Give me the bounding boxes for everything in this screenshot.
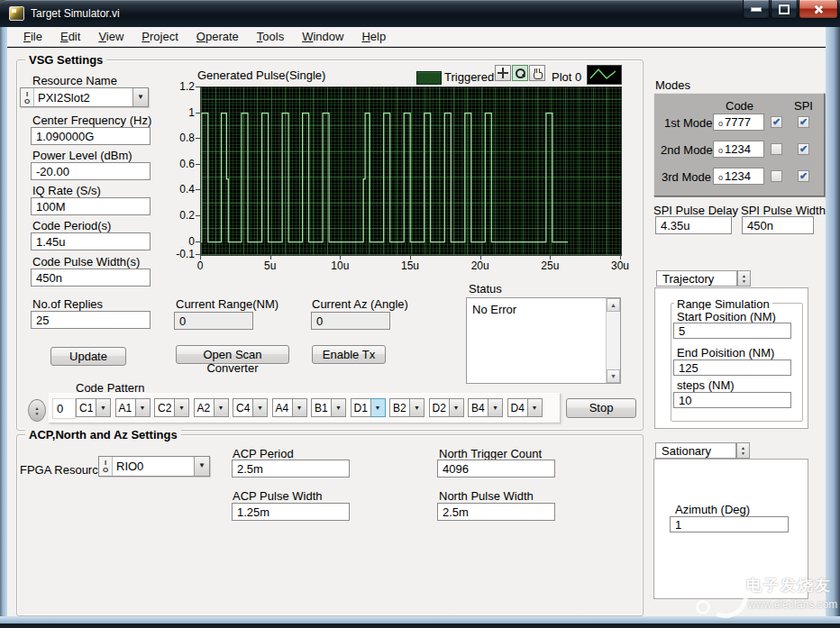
iq-rate-field[interactable]: 100M (31, 197, 151, 215)
spi-pulse-width-field[interactable]: 450n (742, 216, 814, 234)
code-pattern-combo-b1[interactable]: B1▼ (311, 398, 346, 417)
code-pattern-index-spinner[interactable]: ▲▼ (28, 399, 46, 422)
spinner-down-icon[interactable]: ▼ (35, 411, 40, 416)
spinner-down-icon[interactable]: ▼ (742, 278, 746, 284)
mode3-code-field[interactable]: o1234 (713, 168, 764, 185)
chevron-down-icon[interactable]: ▼ (175, 398, 189, 417)
code-pulse-width-field[interactable]: 450n (31, 268, 151, 287)
chevron-down-icon[interactable]: ▼ (194, 457, 209, 476)
stationary-spinner[interactable]: ▲▼ (736, 442, 750, 459)
chevron-down-icon[interactable]: ▼ (528, 398, 543, 417)
no-of-replies-label: No.of Replies (32, 297, 103, 311)
chevron-down-icon[interactable]: ▼ (450, 398, 464, 417)
spinner-down-icon[interactable]: ▼ (741, 451, 745, 456)
north-trigger-count-field[interactable]: 4096 (437, 460, 555, 478)
chevron-down-icon[interactable]: ▼ (215, 398, 229, 417)
chevron-down-icon[interactable]: ▼ (136, 398, 151, 417)
modes-spi-header: SPI (794, 99, 813, 113)
menu-view[interactable]: View (89, 28, 132, 45)
chevron-down-icon[interactable]: ▼ (293, 398, 307, 417)
chevron-down-icon[interactable]: ▼ (132, 88, 148, 106)
acp-group-label: ACP,North and Az Settings (25, 428, 181, 441)
waveform-plot[interactable] (200, 86, 622, 256)
status-box[interactable]: No Error ▲ ▼ (466, 297, 621, 384)
menu-edit[interactable]: Edit (51, 28, 89, 45)
code-pattern-value: D2 (429, 398, 450, 417)
trajectory-selector[interactable]: Trajectory (656, 270, 737, 287)
mode1-code-field[interactable]: o7777 (713, 114, 764, 131)
code-pattern-combo-a2[interactable]: A2▼ (194, 398, 229, 417)
x-tick-mark (270, 255, 271, 259)
chevron-down-icon[interactable]: ▼ (253, 398, 268, 417)
chevron-down-icon[interactable]: ▼ (488, 398, 503, 417)
code-pattern-combo-c2[interactable]: C2▼ (154, 398, 189, 417)
azimuth-field[interactable]: 1 (670, 516, 789, 532)
acp-period-field[interactable]: 2.5m (232, 460, 350, 478)
code-pattern-combo-a4[interactable]: A4▼ (272, 398, 307, 417)
code-pattern-combo-d1[interactable]: D1▼ (351, 398, 386, 417)
menu-window[interactable]: Window (293, 28, 352, 45)
mode2-spi-checkbox[interactable]: ✔ (798, 143, 809, 155)
status-label: Status (469, 282, 502, 296)
status-scrollbar[interactable]: ▲ ▼ (606, 298, 620, 383)
menu-file[interactable]: File (14, 28, 51, 45)
chevron-down-icon[interactable]: ▼ (332, 398, 346, 417)
mode3-enable-checkbox[interactable] (771, 170, 782, 182)
stop-button[interactable]: Stop (566, 398, 636, 418)
x-tick-mark (200, 255, 201, 259)
close-button[interactable] (799, 0, 838, 19)
north-pulse-width-field[interactable]: 2.5m (437, 503, 555, 521)
no-of-replies-field[interactable]: 25 (31, 311, 151, 329)
resource-name-combo[interactable]: IO PXI2Slot2 ▼ (20, 87, 149, 107)
graph-cursor-tool-button[interactable] (495, 65, 511, 81)
enable-tx-button[interactable]: Enable Tx (312, 345, 386, 364)
start-position-field[interactable]: 5 (673, 323, 791, 339)
x-tick-label: 20u (462, 259, 498, 272)
code-period-field[interactable]: 1.45u (31, 232, 151, 250)
open-scan-converter-button[interactable]: Open Scan Converter (176, 345, 289, 364)
graph-pan-tool-button[interactable] (529, 65, 545, 81)
code-pattern-combo-a1[interactable]: A1▼ (115, 398, 151, 417)
mode2-code-field[interactable]: o1234 (713, 141, 764, 158)
stationary-selector[interactable]: Sationary (655, 442, 736, 459)
restore-button[interactable] (771, 0, 798, 19)
code-pattern-combo-c1[interactable]: C1▼ (76, 398, 111, 417)
code-pattern-value: B1 (311, 398, 332, 417)
mode1-enable-checkbox[interactable]: ✔ (771, 116, 782, 128)
spi-pulse-delay-field[interactable]: 4.35u (655, 216, 732, 234)
center-frequency-field[interactable]: 1.090000G (31, 127, 151, 145)
menu-project[interactable]: Project (132, 28, 187, 45)
code-pattern-combo-b4[interactable]: B4▼ (468, 398, 503, 417)
menu-tools[interactable]: Tools (248, 28, 293, 45)
update-button[interactable]: Update (50, 347, 126, 366)
chevron-down-icon[interactable]: ▼ (371, 398, 386, 417)
code-pattern-combo-c4[interactable]: C4▼ (233, 398, 268, 417)
menu-operate[interactable]: Operate (187, 28, 248, 45)
chevron-down-icon[interactable]: ▼ (96, 398, 111, 417)
acp-pulse-width-field[interactable]: 1.25m (232, 503, 350, 521)
chevron-down-icon[interactable]: ▼ (410, 398, 425, 417)
mode1-spi-checkbox[interactable]: ✔ (798, 116, 809, 128)
triggered-led-icon[interactable] (416, 71, 442, 85)
minimize-button[interactable] (743, 0, 770, 19)
x-tick-label: 30u (602, 259, 638, 272)
title-bar[interactable]: Target Simulator.vi (0, 0, 840, 27)
mode3-spi-checkbox[interactable]: ✔ (798, 170, 809, 182)
code-pattern-index-field[interactable]: 0 (52, 398, 76, 419)
code-pattern-combo-d2[interactable]: D2▼ (429, 398, 464, 417)
code-pattern-combo-d4[interactable]: D4▼ (507, 398, 543, 417)
end-position-field[interactable]: 125 (673, 360, 791, 376)
scroll-up-icon[interactable]: ▲ (607, 298, 620, 312)
plot-sample-icon[interactable] (587, 65, 622, 85)
steps-field[interactable]: 10 (673, 392, 791, 408)
y-tick-mark (196, 215, 200, 216)
code-pattern-combo-b2[interactable]: B2▼ (389, 398, 425, 417)
trajectory-spinner[interactable]: ▲▼ (737, 270, 751, 287)
graph-zoom-tool-button[interactable] (512, 65, 528, 81)
scroll-down-icon[interactable]: ▼ (607, 369, 620, 383)
menu-help[interactable]: Help (352, 28, 395, 45)
x-tick-label: 15u (392, 259, 428, 272)
fpga-resource-combo[interactable]: IO RIO0 ▼ (98, 456, 210, 477)
mode2-enable-checkbox[interactable] (771, 143, 782, 155)
power-level-field[interactable]: -20.00 (31, 162, 151, 180)
